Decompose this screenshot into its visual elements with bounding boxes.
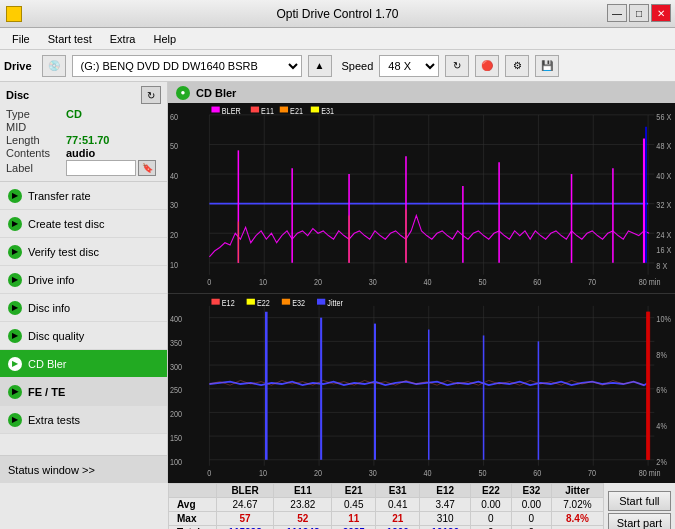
sidebar-item-create-test-disc[interactable]: ▶ Create test disc	[0, 210, 167, 238]
drive-label: Drive	[4, 60, 32, 72]
create-test-disc-icon: ▶	[8, 217, 22, 231]
sidebar-item-disc-info[interactable]: ▶ Disc info	[0, 294, 167, 322]
sidebar-item-disc-quality[interactable]: ▶ Disc quality	[0, 322, 167, 350]
svg-text:50: 50	[170, 142, 179, 152]
disc-label-label: Label	[6, 162, 66, 174]
speed-select[interactable]: 1 X2 X4 X8 X16 X24 X32 X48 X	[379, 55, 439, 77]
close-button[interactable]: ✕	[651, 4, 671, 22]
maximize-button[interactable]: □	[629, 4, 649, 22]
stats-avg-e11: 23.82	[274, 498, 332, 512]
svg-text:100: 100	[170, 457, 183, 467]
window-controls: — □ ✕	[607, 4, 671, 22]
svg-rect-20	[280, 107, 288, 113]
disc-length-label: Length	[6, 134, 66, 146]
svg-text:0: 0	[207, 468, 212, 478]
menu-extra[interactable]: Extra	[102, 31, 144, 47]
svg-rect-0	[168, 103, 675, 292]
disc-refresh-btn[interactable]: ↻	[141, 86, 161, 104]
stats-avg-e21: 0.45	[332, 498, 376, 512]
drive-action-btn1[interactable]: 🔴	[475, 55, 499, 77]
svg-text:50: 50	[478, 468, 487, 478]
disc-label-input[interactable]	[66, 160, 136, 176]
disc-type-value: CD	[66, 108, 82, 120]
menu-start-test[interactable]: Start test	[40, 31, 100, 47]
minimize-button[interactable]: —	[607, 4, 627, 22]
svg-text:40 X: 40 X	[656, 171, 672, 181]
sidebar-item-transfer-rate[interactable]: ▶ Transfer rate	[0, 182, 167, 210]
disc-title: Disc	[6, 89, 29, 101]
svg-text:Jitter: Jitter	[327, 298, 343, 308]
stats-max-jitter: 8.4%	[552, 512, 604, 526]
disc-contents-label: Contents	[6, 147, 66, 159]
status-window-btn[interactable]: Status window >>	[0, 455, 167, 483]
stats-content: BLER E11 E21 E31 E12 E22 E32 Jitter Avg …	[168, 483, 675, 529]
disc-info-label: Disc info	[28, 302, 70, 314]
svg-text:20: 20	[314, 468, 323, 478]
nav-items: ▶ Transfer rate ▶ Create test disc ▶ Ver…	[0, 182, 167, 434]
drive-action-btn2[interactable]: ⚙	[505, 55, 529, 77]
svg-text:8%: 8%	[656, 350, 667, 360]
stats-row-total: Total 115228 111243 2085 1900 16196 0 0	[169, 526, 604, 530]
svg-text:50: 50	[478, 278, 487, 288]
bottom-chart-svg: E12 E22 E32 Jitter 400 350 300 250 200 1…	[168, 294, 675, 483]
svg-text:E12: E12	[222, 298, 235, 308]
menu-file[interactable]: File	[4, 31, 38, 47]
stats-max-bler: 57	[216, 512, 274, 526]
svg-text:10: 10	[259, 278, 268, 288]
stats-avg-e22: 0.00	[471, 498, 512, 512]
svg-text:400: 400	[170, 314, 183, 324]
stats-avg-e12: 3.47	[420, 498, 471, 512]
svg-text:60: 60	[170, 112, 179, 122]
disc-type-label: Type	[6, 108, 66, 120]
fe-te-label: FE / TE	[28, 386, 65, 398]
stats-row-avg: Avg 24.67 23.82 0.45 0.41 3.47 0.00 0.00…	[169, 498, 604, 512]
disc-info-icon: ▶	[8, 301, 22, 315]
svg-rect-16	[211, 107, 219, 113]
col-header-e21: E21	[332, 484, 376, 498]
stats-total-e31: 1900	[376, 526, 420, 530]
cd-bler-icon: ▶	[8, 357, 22, 371]
svg-text:2%: 2%	[656, 457, 667, 467]
svg-text:250: 250	[170, 386, 183, 396]
svg-text:10%: 10%	[656, 314, 671, 324]
bottom-chart: E12 E22 E32 Jitter 400 350 300 250 200 1…	[168, 293, 675, 483]
col-header-e22: E22	[471, 484, 512, 498]
svg-text:E21: E21	[290, 106, 303, 116]
stats-row: BLER E11 E21 E31 E12 E22 E32 Jitter Avg …	[0, 483, 675, 529]
disc-label-btn[interactable]: 🔖	[138, 160, 156, 176]
svg-text:150: 150	[170, 433, 183, 443]
menu-help[interactable]: Help	[145, 31, 184, 47]
drive-info-label: Drive info	[28, 274, 74, 286]
stats-row-max: Max 57 52 11 21 310 0 0 8.4%	[169, 512, 604, 526]
speed-auto-btn[interactable]: ↻	[445, 55, 469, 77]
start-part-button[interactable]: Start part	[608, 513, 671, 530]
sidebar-item-cd-bler[interactable]: ▶ CD Bler	[0, 350, 167, 378]
sidebar-item-verify-test-disc[interactable]: ▶ Verify test disc	[0, 238, 167, 266]
sidebar: Disc ↻ Type CD MID Length 77:51.70 Conte…	[0, 82, 168, 483]
stats-total-e11: 111243	[274, 526, 332, 530]
stats-buttons: Start full Start part	[604, 483, 675, 529]
sidebar-item-drive-info[interactable]: ▶ Drive info	[0, 266, 167, 294]
disc-quality-icon: ▶	[8, 329, 22, 343]
svg-text:60: 60	[533, 468, 542, 478]
transfer-rate-icon: ▶	[8, 189, 22, 203]
drive-eject-btn[interactable]: ▲	[308, 55, 332, 77]
sidebar-item-fe-te[interactable]: ▶ FE / TE	[0, 378, 167, 406]
stats-max-e32: 0	[511, 512, 552, 526]
drive-select[interactable]: (G:) BENQ DVD DD DW1640 BSRB	[72, 55, 302, 77]
sidebar-item-extra-tests[interactable]: ▶ Extra tests	[0, 406, 167, 434]
transfer-rate-label: Transfer rate	[28, 190, 91, 202]
fe-te-icon: ▶	[8, 385, 22, 399]
svg-text:300: 300	[170, 362, 183, 372]
svg-rect-78	[247, 298, 255, 304]
start-full-button[interactable]: Start full	[608, 491, 671, 511]
stats-table: BLER E11 E21 E31 E12 E22 E32 Jitter Avg …	[168, 483, 604, 529]
stats-total-e32: 0	[511, 526, 552, 530]
drive-save-btn[interactable]: 💾	[535, 55, 559, 77]
drive-icon-btn[interactable]: 💿	[42, 55, 66, 77]
verify-test-disc-icon: ▶	[8, 245, 22, 259]
col-header-e12: E12	[420, 484, 471, 498]
stats-max-e22: 0	[471, 512, 512, 526]
svg-text:32 X: 32 X	[656, 201, 672, 211]
svg-rect-82	[317, 298, 325, 304]
